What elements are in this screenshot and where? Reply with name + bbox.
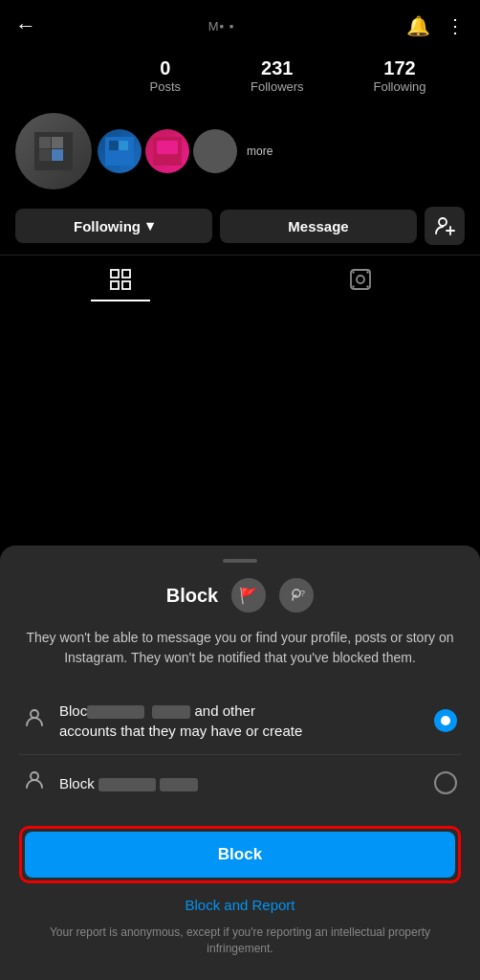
sheet-description: They won't be able to message you or fin… <box>19 628 461 668</box>
svg-rect-3 <box>39 149 51 161</box>
add-friend-button[interactable] <box>425 207 465 245</box>
svg-rect-9 <box>157 141 178 154</box>
block-and-report-link[interactable]: Block and Report <box>19 897 461 913</box>
svg-point-20 <box>366 271 368 273</box>
question-icon: ? <box>279 578 314 612</box>
stats-row: 0 Posts 231 Followers 172 Following <box>0 48 480 103</box>
posts-count: 0 <box>149 57 181 79</box>
stat-followers[interactable]: 231 Followers <box>251 57 304 94</box>
block-button-wrapper: Block <box>19 826 461 883</box>
svg-rect-2 <box>52 137 63 148</box>
main-avatar <box>15 113 92 189</box>
block-sheet: Block 🚩 ? They won't be able to message … <box>0 546 480 980</box>
svg-point-26 <box>31 772 38 780</box>
story-avatar-1[interactable] <box>98 129 142 173</box>
block-option-1-text: Bloc and other accounts that they may ha… <box>59 701 421 741</box>
block-option-2-text: Block <box>59 773 421 793</box>
add-person-icon <box>434 215 455 236</box>
tab-reels-icon[interactable] <box>331 265 390 301</box>
block-option-single[interactable]: Block <box>19 755 461 811</box>
svg-point-21 <box>352 285 354 287</box>
following-count: 172 <box>374 57 426 79</box>
svg-rect-1 <box>39 137 51 148</box>
posts-label: Posts <box>149 79 181 94</box>
radio-all-accounts[interactable] <box>434 709 457 732</box>
svg-point-22 <box>366 285 368 287</box>
story-avatars <box>98 129 237 173</box>
story-avatar-2[interactable] <box>145 129 189 173</box>
profile-images-row: more <box>0 107 480 199</box>
sheet-handle <box>223 559 257 563</box>
username-label: M▪ ▪ <box>208 19 235 33</box>
svg-rect-15 <box>111 281 119 289</box>
sheet-title: Block <box>166 585 218 607</box>
svg-rect-6 <box>109 141 119 150</box>
svg-point-25 <box>31 710 38 718</box>
svg-rect-14 <box>122 270 130 278</box>
person-icon-1 <box>23 706 46 735</box>
back-button[interactable]: ← <box>15 13 36 38</box>
followers-count: 231 <box>251 57 304 79</box>
svg-point-10 <box>439 218 447 226</box>
following-button[interactable]: Following ▾ <box>15 209 212 243</box>
message-button[interactable]: Message <box>220 210 417 243</box>
followers-label: Followers <box>251 79 304 94</box>
tab-grid-icon[interactable] <box>91 265 150 301</box>
stat-posts[interactable]: 0 Posts <box>149 57 181 94</box>
more-options-icon[interactable]: ⋮ <box>446 14 465 37</box>
svg-rect-13 <box>111 270 119 278</box>
svg-rect-16 <box>122 281 130 289</box>
anonymous-note: Your report is anonymous, except if you'… <box>19 924 461 957</box>
person-icon-2 <box>23 768 46 797</box>
svg-text:?: ? <box>300 589 305 598</box>
top-bar-actions: 🔔 ⋮ <box>406 14 465 37</box>
more-label: more <box>243 145 273 158</box>
svg-point-18 <box>357 276 364 283</box>
top-bar: ← M▪ ▪ 🔔 ⋮ <box>0 0 480 48</box>
tabs-row <box>0 255 480 307</box>
sheet-header: Block 🚩 ? <box>19 578 461 612</box>
notifications-icon[interactable]: 🔔 <box>406 14 430 37</box>
svg-point-19 <box>352 271 354 273</box>
svg-rect-4 <box>52 149 63 161</box>
story-avatar-3[interactable] <box>193 129 237 173</box>
chevron-down-icon: ▾ <box>146 217 154 234</box>
flag-icon: 🚩 <box>231 578 266 612</box>
block-button[interactable]: Block <box>25 832 455 878</box>
stat-following[interactable]: 172 Following <box>374 57 426 94</box>
action-buttons: Following ▾ Message <box>0 199 480 255</box>
radio-single-account[interactable] <box>434 771 457 794</box>
following-label: Following <box>374 79 426 94</box>
svg-rect-7 <box>119 141 128 150</box>
block-option-all-accounts[interactable]: Bloc and other accounts that they may ha… <box>19 687 461 755</box>
